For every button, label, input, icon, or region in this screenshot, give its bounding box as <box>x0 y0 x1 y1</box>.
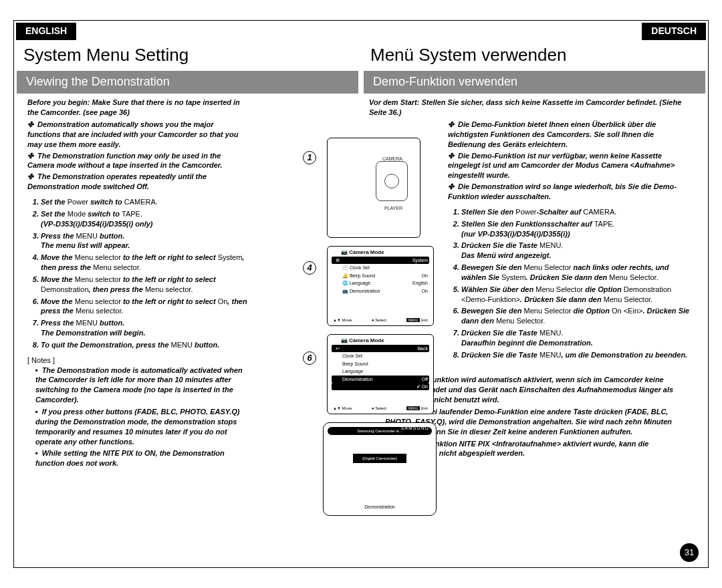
step: Stellen Sie den Funktionsschalter auf TA… <box>461 219 692 239</box>
step: Bewegen Sie den Menu Selector nach links… <box>461 263 692 283</box>
menu-item: Clock Set <box>332 352 429 359</box>
center-figures: 1 CAMERA PLAYER 4 📷 Camera Mode ⚙ System… <box>295 138 435 516</box>
step: Drücken Sie die Taste MENU, um die Demon… <box>461 350 692 360</box>
step: To quit the Demonstration, press the MEN… <box>41 340 247 350</box>
step-badge-1: 1 <box>303 151 316 164</box>
demo-top-bar: Samsung Camcorder is... SAMSUNG <box>328 427 432 435</box>
note: If you press other buttons (FADE, BLC, P… <box>35 407 247 446</box>
step: Move the Menu selector to the left or ri… <box>41 275 247 295</box>
bullet: Die Demo-Funktion bietet Ihnen einen Übe… <box>448 120 692 150</box>
notes-label: [ Notes ] <box>27 355 247 365</box>
menu-item-on: ✔ On <box>332 383 429 390</box>
left-bullets: Demonstration automatically shows you th… <box>27 120 247 192</box>
lang-tab-deutsch: DEUTSCH <box>642 23 706 40</box>
menu-item: Language <box>332 368 429 375</box>
step: Move the Menu selector to the left or ri… <box>41 297 247 317</box>
menu-hints: ▲▼ Move ● Select MENU Exit <box>333 406 428 411</box>
label-camera: CAMERA <box>382 156 402 162</box>
right-heading: Menü System verwenden <box>370 43 708 67</box>
step: Bewegen Sie den Menu Selector die Option… <box>461 306 692 326</box>
left-intro: Before you begin: Make Sure that there i… <box>27 98 247 118</box>
camcorder-diagram: CAMERA PLAYER <box>327 138 420 238</box>
lang-tab-english: ENGLISH <box>16 23 76 40</box>
demo-mid-label: [Digital Camcorder] <box>353 454 406 463</box>
bullet: Demonstration automatically shows you th… <box>27 120 247 150</box>
menu-item: 🕐 Clock Set <box>332 264 429 271</box>
step: Set the Power switch to CAMERA. <box>41 197 247 207</box>
step-badge-6: 6 <box>303 351 316 365</box>
menu-screen-4: 📷 Camera Mode ⚙ System 🕐 Clock Set 🔔 Bee… <box>327 246 434 326</box>
manual-page: ENGLISH System Menu Setting Viewing the … <box>13 20 709 568</box>
bullet: Die Demonstration wird so lange wiederho… <box>448 182 692 202</box>
step-badge-4: 4 <box>303 261 316 275</box>
menu-item: 🔔 Beep SoundOn <box>332 272 429 279</box>
bullet: Die Demo-Funktion ist nur verfügbar, wen… <box>448 151 692 181</box>
note: While setting the NITE PIX to ON, the De… <box>35 448 247 468</box>
menu-item: 🌐 LanguageEnglish <box>332 279 429 287</box>
demo-screen: Samsung Camcorder is... SAMSUNG [Digital… <box>323 422 437 516</box>
menu-item: Beep Sound <box>332 360 429 368</box>
menu-hints: ▲▼ Move ● Select MENU Exit <box>333 317 428 323</box>
menu-item: 📺 DemonstrationOn <box>332 287 429 295</box>
menu-back: ↩ Back <box>332 345 429 352</box>
menu-screen-6: 📷 Camera Mode ↩ Back Clock Set Beep Soun… <box>327 334 434 414</box>
demo-bottom-label: Demonstration <box>324 504 436 510</box>
menu-item-selected: DemonstrationOff <box>332 376 429 383</box>
right-intro: Vor dem Start: Stellen Sie sicher, dass … <box>369 98 692 118</box>
menu-title: 📷 Camera Mode <box>341 249 429 257</box>
bullet: The Demonstration operates repeatedly un… <box>27 172 247 192</box>
step: Drücken Sie die Taste MENU.Das Menü wird… <box>461 241 692 261</box>
step: Wählen Sie über den Menu Selector die Op… <box>461 285 692 305</box>
menu-subhead: ⚙ System <box>332 257 429 264</box>
bullet: The Demonstration function may only be u… <box>27 151 247 171</box>
page-number: 31 <box>680 543 699 562</box>
step: Press the MENU button.The menu list will… <box>41 231 247 251</box>
step: Press the MENU button.The Demonstration … <box>41 318 247 338</box>
step: Move the Menu selector to the left or ri… <box>41 253 247 273</box>
left-steps: Set the Power switch to CAMERA. Set the … <box>27 197 247 350</box>
label-player: PLAYER <box>384 205 402 211</box>
mode-dial-icon <box>376 161 408 201</box>
brand-logo: SAMSUNG <box>401 425 429 431</box>
right-bullets: Die Demo-Funktion bietet Ihnen einen Übe… <box>448 120 692 202</box>
step: Drücken Sie die Taste MENU.Daraufhin beg… <box>461 328 692 348</box>
left-subheading: Viewing the Demonstration <box>17 71 358 94</box>
right-subheading: Demo-Funktion verwenden <box>364 71 705 94</box>
step: Set the Mode switch to TAPE.(VP-D353(i)/… <box>41 209 247 229</box>
left-notes: The Demonstration mode is automatically … <box>27 365 247 468</box>
right-steps: Stellen Sie den Power-Schalter auf CAMER… <box>448 207 692 360</box>
note: The Demonstration mode is automatically … <box>35 365 247 405</box>
step: Stellen Sie den Power-Schalter auf CAMER… <box>461 207 692 217</box>
left-heading: System Menu Setting <box>23 43 361 67</box>
menu-title: 📷 Camera Mode <box>341 337 429 345</box>
